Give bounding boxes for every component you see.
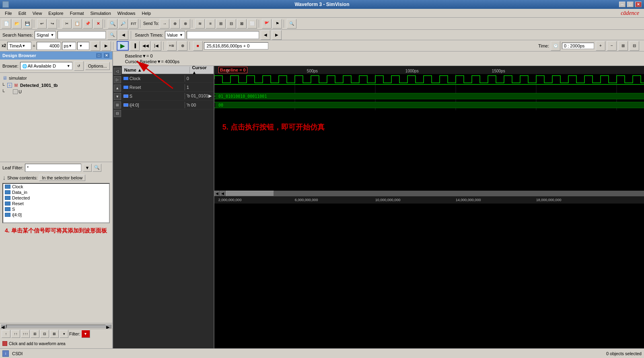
leaf-filter-input[interactable]: [25, 164, 81, 172]
db-add-btn5[interactable]: ⊟: [40, 330, 49, 338]
redo-button[interactable]: ↪: [47, 19, 57, 29]
scroll-thumb[interactable]: [226, 191, 274, 196]
side-icon4[interactable]: ▼: [114, 93, 121, 100]
scroll-left-btn[interactable]: ◀: [1, 324, 6, 328]
wf-row-i[interactable]: i[4:0] 'h 00: [122, 101, 214, 109]
play-step-button[interactable]: ▐: [130, 41, 140, 51]
side-icon6[interactable]: ⊟: [114, 110, 121, 117]
maximize-button[interactable]: □: [627, 2, 634, 7]
search-times-go[interactable]: ◀: [261, 30, 270, 40]
compare-btn[interactable]: ⊕: [178, 41, 187, 51]
tree-item-simulator[interactable]: 🖥 simulator: [2, 74, 111, 82]
scroll-bar-track[interactable]: [226, 191, 644, 196]
zoom-out-button[interactable]: 🔎: [118, 19, 128, 29]
list-item[interactable]: Reset: [3, 201, 109, 206]
search-names-input[interactable]: [58, 31, 106, 39]
side-icon3[interactable]: ▲: [114, 84, 121, 92]
db-filter-btn[interactable]: ▾: [60, 330, 68, 338]
menu-edit[interactable]: Edit: [15, 10, 29, 16]
options-button[interactable]: Options...: [85, 62, 110, 70]
browse-combo[interactable]: 🌐 All Available D ▼: [20, 62, 72, 70]
time-value-input[interactable]: [37, 42, 61, 50]
side-icon5[interactable]: ⊞: [114, 101, 121, 109]
search-times-input[interactable]: [187, 31, 259, 39]
db-close-btn[interactable]: ✕: [103, 53, 110, 58]
wf-row-reset[interactable]: Reset 1: [122, 83, 214, 92]
scroll-track[interactable]: [6, 325, 106, 328]
zoom-minus-btn[interactable]: −: [607, 41, 617, 51]
tree-item-detected[interactable]: └ + M Detected_1001_tb: [2, 82, 111, 89]
list-item[interactable]: Clock: [3, 184, 109, 189]
search-times-next[interactable]: ▶: [272, 30, 282, 40]
filter-dropdown-btn[interactable]: ▼: [83, 164, 92, 172]
filter-search-btn[interactable]: 🔍: [93, 164, 101, 172]
play-run-button[interactable]: ▶: [117, 41, 129, 51]
delete-button[interactable]: ✕: [93, 19, 103, 29]
wf-row-clock[interactable]: Clock 0: [122, 74, 214, 83]
side-icon1[interactable]: ◁: [114, 68, 121, 75]
tree-item-u[interactable]: └ u U: [2, 89, 111, 95]
db-add-btn2[interactable]: ↑↑: [11, 330, 20, 338]
nav-prev-btn[interactable]: ◀: [91, 41, 100, 51]
sendto-btn2[interactable]: ⊕: [170, 19, 180, 29]
menu-file[interactable]: File: [2, 10, 15, 16]
menu-explore[interactable]: Explore: [45, 10, 66, 16]
waveform-btn1[interactable]: ≋: [195, 19, 205, 29]
time-expand-btn[interactable]: ⊞: [618, 41, 628, 51]
search-names-go[interactable]: 🔍: [107, 30, 117, 40]
side-icon2[interactable]: ▷: [114, 76, 121, 83]
list-item[interactable]: Detected: [3, 195, 109, 201]
add-wave-btn[interactable]: +≋: [167, 41, 177, 51]
search-names-prev[interactable]: ◀: [119, 30, 128, 40]
paste-button[interactable]: 📌: [83, 19, 93, 29]
wf-row-s[interactable]: S 'b 01_0101▶: [122, 92, 214, 101]
menu-format[interactable]: Format: [67, 10, 87, 16]
search-times-combo[interactable]: Value ▼: [165, 31, 185, 39]
minimize-button[interactable]: ─: [619, 2, 625, 7]
browse-refresh-btn[interactable]: ↺: [74, 61, 84, 71]
db-filter-dropdown[interactable]: ▼: [81, 330, 90, 338]
waveform-btn3[interactable]: ⊞: [216, 19, 226, 29]
undo-button[interactable]: ↩: [37, 19, 47, 29]
db-undock-btn[interactable]: □: [96, 53, 102, 58]
stop-sim-btn[interactable]: ■: [193, 41, 203, 51]
sendto-btn3[interactable]: ⊗: [181, 19, 190, 29]
db-add-btn1[interactable]: ↑: [2, 330, 10, 338]
signal-search-btn[interactable]: 🔍: [287, 19, 296, 29]
db-add-btn3[interactable]: ↑↑↑: [21, 330, 30, 338]
list-item[interactable]: S: [3, 206, 109, 212]
menu-view[interactable]: View: [29, 10, 45, 16]
time-collapse-btn[interactable]: ⊟: [630, 41, 639, 51]
time-mode-combo[interactable]: ▼: [77, 42, 89, 50]
cursor-btn1[interactable]: 🚩: [262, 19, 272, 29]
new-button[interactable]: 📄: [2, 19, 11, 29]
nav-next-btn[interactable]: ▶: [101, 41, 111, 51]
selector-button[interactable]: In the selector below: [39, 175, 85, 181]
time-a-combo[interactable]: TimeA ▼: [7, 42, 31, 50]
menu-windows[interactable]: Windows: [114, 10, 139, 16]
time-unit-combo[interactable]: ps ▼: [62, 42, 76, 50]
wf-hscroll[interactable]: ◀ ◀ ▶ ▶: [214, 191, 644, 196]
list-item[interactable]: Data_in: [3, 189, 109, 195]
db-add-btn6[interactable]: ⊠: [50, 330, 59, 338]
scroll-prev[interactable]: ◀: [220, 191, 226, 196]
scroll-right-btn[interactable]: ▶: [106, 324, 111, 328]
save-button[interactable]: 💾: [23, 19, 32, 29]
waveform-btn6[interactable]: ⬜: [247, 19, 257, 29]
zoom-in-button[interactable]: 🔍: [108, 19, 117, 29]
zoom-plus-btn[interactable]: +: [596, 41, 605, 51]
scroll-left[interactable]: ◀: [214, 191, 220, 196]
sendto-btn1[interactable]: →: [160, 19, 169, 29]
waveform-btn5[interactable]: ⊠: [237, 19, 247, 29]
menu-help[interactable]: Help: [138, 10, 154, 16]
cut-button[interactable]: ✂: [62, 19, 72, 29]
db-add-btn4[interactable]: ⊞: [31, 330, 39, 338]
reset-button[interactable]: |◀: [152, 41, 161, 51]
waveform-btn2[interactable]: ≡: [206, 19, 215, 29]
close-button[interactable]: ✕: [635, 2, 642, 7]
zoom-fit-button[interactable]: FIT: [129, 19, 138, 29]
menu-simulation[interactable]: Simulation: [87, 10, 114, 16]
waveform-btn4[interactable]: ⊟: [226, 19, 236, 29]
list-item[interactable]: i[4:0]: [3, 212, 109, 218]
stop-button[interactable]: ◀◀: [141, 41, 150, 51]
